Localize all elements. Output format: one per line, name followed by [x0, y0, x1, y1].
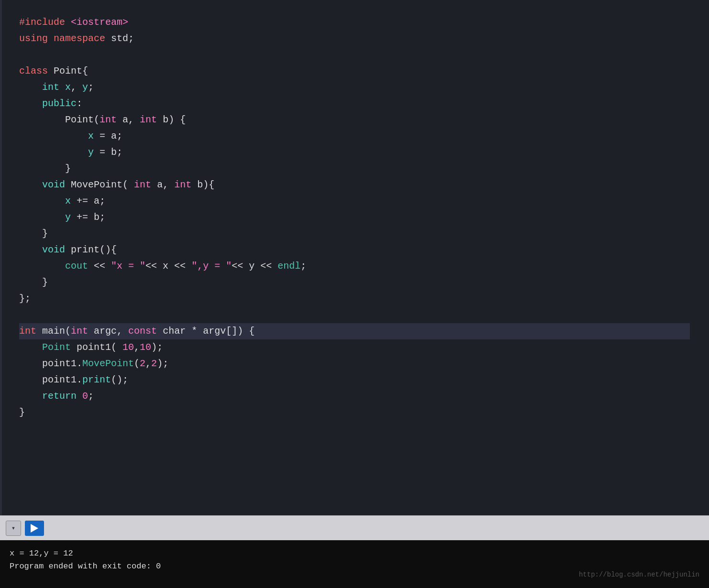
watermark: http://blog.csdn.net/hejjunlin — [579, 571, 699, 578]
code-line-9: y = b; — [19, 144, 690, 161]
code-line-18: }; — [19, 291, 690, 307]
code-line-15: void print(){ — [19, 242, 690, 258]
dropdown-button[interactable]: ▾ — [6, 521, 21, 536]
code-line-20: int main(int argc, const char * argv[]) … — [19, 323, 690, 339]
code-line-10: } — [19, 161, 690, 177]
code-line-17: } — [19, 274, 690, 291]
code-line-11: void MovePoint( int a, int b){ — [19, 177, 690, 193]
code-line-7: Point(int a, int b) { — [19, 112, 690, 128]
code-line-16: cout << "x = "<< x << ",y = "<< y << end… — [19, 258, 690, 274]
code-line-21: Point point1( 10,10); — [19, 339, 690, 356]
code-line-2: using namespace std; — [19, 31, 690, 47]
code-editor: #include <iostream> using namespace std;… — [0, 0, 709, 515]
code-line-23: point1.print(); — [19, 372, 690, 388]
output-area: x = 12,y = 12 Program ended with exit co… — [0, 540, 709, 588]
code-line-13: y += b; — [19, 209, 690, 226]
code-line-6: public: — [19, 96, 690, 112]
code-line-3 — [19, 47, 690, 63]
play-button[interactable] — [25, 521, 44, 536]
chevron-down-icon: ▾ — [11, 524, 15, 532]
code-line-24: return 0; — [19, 388, 690, 404]
code-line-14: } — [19, 226, 690, 242]
code-line-5: int x, y; — [19, 79, 690, 96]
code-line-12: x += a; — [19, 193, 690, 209]
code-line-8: x = a; — [19, 128, 690, 144]
code-line-22: point1.MovePoint(2,2); — [19, 356, 690, 372]
output-line-1: x = 12,y = 12 — [10, 547, 699, 560]
code-line-25: } — [19, 404, 690, 421]
code-line-19 — [19, 307, 690, 323]
code-line-1: #include <iostream> — [19, 14, 690, 31]
toolbar: ▾ — [0, 515, 709, 540]
code-line-4: class Point{ — [19, 63, 690, 79]
play-icon — [31, 524, 38, 533]
